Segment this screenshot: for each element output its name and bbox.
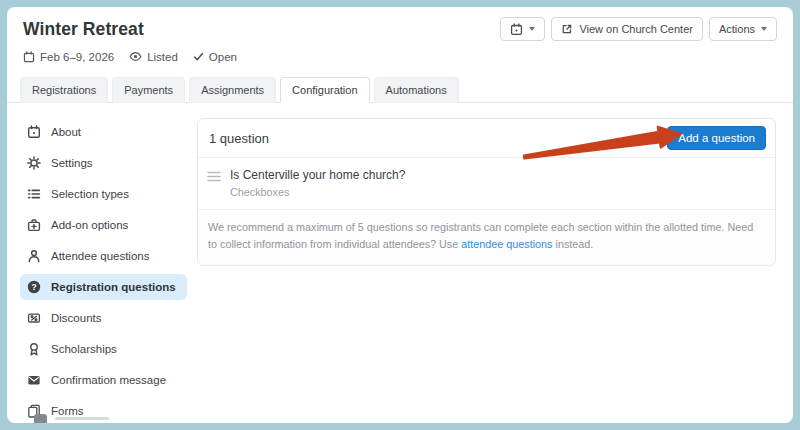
sidebar-item-confirmation-message[interactable]: Confirmation message bbox=[20, 367, 187, 393]
sidebar-item-about[interactable]: About bbox=[20, 119, 187, 145]
sidebar-item-add-on-options[interactable]: Add-on options bbox=[20, 212, 187, 238]
clipped-icon bbox=[34, 414, 47, 423]
calendar-icon bbox=[510, 23, 523, 36]
sidebar-item-label: About bbox=[51, 124, 81, 140]
chevron-down-icon bbox=[761, 27, 767, 31]
envelope-icon bbox=[27, 373, 41, 387]
coupon-icon bbox=[27, 311, 41, 325]
question-type: Checkboxes bbox=[230, 186, 405, 198]
sidebar-item-selection-types[interactable]: Selection types bbox=[20, 181, 187, 207]
svg-text:?: ? bbox=[31, 282, 36, 292]
sidebar-item-label: Settings bbox=[51, 155, 93, 171]
sidebar-item-settings[interactable]: Settings bbox=[20, 150, 187, 176]
check-icon bbox=[193, 51, 204, 62]
tab-bar: Registrations Payments Assignments Confi… bbox=[7, 77, 793, 103]
screenshot-frame: { "colors": { "frame": "#a9cdd8", "accen… bbox=[0, 0, 800, 430]
sidebar-item-label: Attendee questions bbox=[51, 248, 149, 264]
drag-handle-icon[interactable] bbox=[207, 168, 221, 182]
configuration-sidebar: About Settings Selection types bbox=[20, 118, 187, 423]
questions-note: We recommend a maximum of 5 questions so… bbox=[198, 209, 775, 265]
sidebar-item-label: Discounts bbox=[51, 310, 102, 326]
add-question-button[interactable]: Add a question bbox=[667, 126, 766, 150]
award-icon bbox=[27, 342, 41, 356]
sidebar-item-label: Confirmation message bbox=[51, 372, 166, 388]
calendar-icon bbox=[23, 51, 35, 63]
tab-payments[interactable]: Payments bbox=[112, 77, 185, 103]
event-visibility: Listed bbox=[129, 50, 178, 63]
sidebar-item-attendee-questions[interactable]: Attendee questions bbox=[20, 243, 187, 269]
app-window: Winter Retreat bbox=[7, 7, 793, 423]
questions-panel-header: 1 question Add a question bbox=[198, 119, 775, 157]
question-count: 1 question bbox=[207, 131, 269, 146]
sidebar-item-label: Add-on options bbox=[51, 217, 128, 233]
tab-assignments[interactable]: Assignments bbox=[189, 77, 276, 103]
question-row[interactable]: Is Centerville your home church? Checkbo… bbox=[198, 157, 775, 209]
attendee-questions-link[interactable]: attendee questions bbox=[461, 238, 552, 250]
sidebar-item-registration-questions[interactable]: ? Registration questions bbox=[20, 274, 187, 300]
tab-registrations[interactable]: Registrations bbox=[20, 77, 108, 103]
configuration-content: About Settings Selection types bbox=[7, 103, 793, 423]
list-icon bbox=[27, 187, 41, 201]
question-circle-icon: ? bbox=[27, 280, 41, 294]
external-link-icon bbox=[561, 23, 573, 35]
chevron-down-icon bbox=[529, 27, 535, 31]
question-title: Is Centerville your home church? bbox=[230, 168, 405, 182]
actions-button-label: Actions bbox=[719, 23, 755, 35]
sidebar-item-scholarships[interactable]: Scholarships bbox=[20, 336, 187, 362]
page-title: Winter Retreat bbox=[23, 17, 144, 40]
tab-configuration[interactable]: Configuration bbox=[280, 77, 369, 103]
event-dates: Feb 6–9, 2026 bbox=[23, 51, 114, 63]
sidebar-item-label: Selection types bbox=[51, 186, 129, 202]
calendar-dropdown-button[interactable] bbox=[500, 17, 545, 41]
sidebar-item-discounts[interactable]: Discounts bbox=[20, 305, 187, 331]
actions-button[interactable]: Actions bbox=[709, 17, 777, 41]
registration-questions-main: 1 question Add a question Is Centerville… bbox=[197, 118, 776, 423]
event-status: Open bbox=[193, 51, 237, 63]
header-toolbar: View on Church Center Actions bbox=[500, 17, 777, 41]
person-icon bbox=[27, 249, 41, 263]
event-header: Winter Retreat bbox=[7, 7, 793, 63]
sidebar-item-label: Registration questions bbox=[51, 279, 176, 295]
eye-icon bbox=[129, 50, 142, 63]
gear-icon bbox=[27, 156, 41, 170]
tab-automations[interactable]: Automations bbox=[374, 77, 459, 103]
briefcase-plus-icon bbox=[27, 218, 41, 232]
questions-panel: 1 question Add a question Is Centerville… bbox=[197, 118, 776, 266]
clipped-label bbox=[55, 417, 109, 420]
calendar-icon bbox=[27, 125, 41, 139]
event-meta: Feb 6–9, 2026 Listed Open bbox=[23, 50, 777, 63]
view-on-church-center-button[interactable]: View on Church Center bbox=[551, 17, 703, 41]
view-button-label: View on Church Center bbox=[579, 23, 693, 35]
sidebar-item-label: Scholarships bbox=[51, 341, 117, 357]
